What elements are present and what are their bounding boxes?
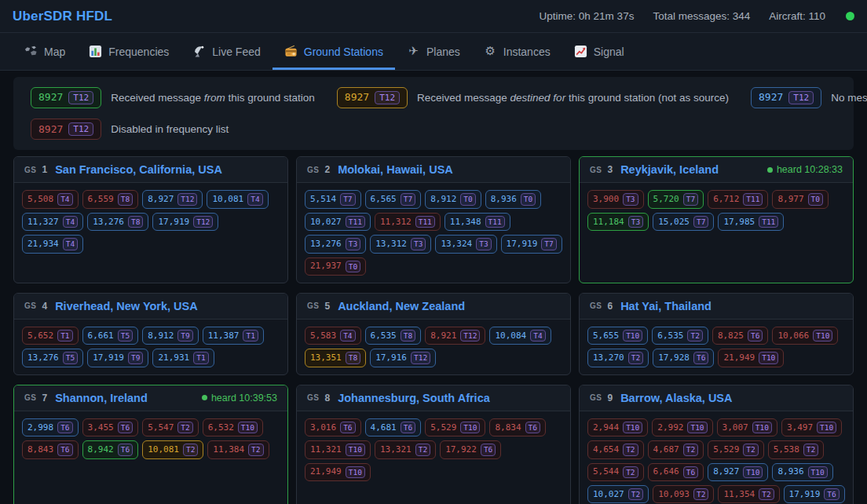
station-name: Hat Yai, Thailand	[620, 300, 712, 312]
slot-badge: T7	[401, 193, 415, 205]
frequency-value: 8,977	[777, 194, 803, 205]
frequency-badge: 17,919T7	[501, 235, 562, 253]
frequency-badge: 2,998T6	[22, 418, 79, 436]
frequency-value: 10,027	[593, 489, 624, 500]
frequency-badge: 3,455T6	[82, 418, 139, 436]
frequency-value: 21,937	[310, 261, 342, 272]
slot-badge: T10	[813, 330, 832, 341]
heard-dot-icon	[202, 395, 207, 400]
slot-badge: T12	[411, 352, 430, 363]
slot-badge: T4	[57, 193, 72, 205]
frequency-badge: 21,934T4	[22, 235, 83, 253]
frequency-value: 5,547	[148, 422, 174, 433]
frequency-badge: 5,514T7	[305, 190, 361, 208]
slot-badge: T8	[118, 193, 133, 205]
gs-number: 4	[42, 301, 47, 312]
slot-badge: T7	[693, 216, 708, 228]
frequency-badge: 21,937T0	[305, 257, 366, 276]
frequency-badge: 17,922T6	[440, 440, 501, 458]
frequency-value: 5,529	[430, 422, 456, 433]
map-icon	[24, 45, 38, 58]
ground-station-card: GS8Johannesburg, South Africa3,016T64,68…	[296, 385, 571, 504]
tab-frequencies[interactable]: Frequencies	[77, 33, 181, 70]
slot-badge: T1	[243, 330, 258, 341]
frequency-badge: 13,276T5	[22, 349, 83, 367]
card-header: GS9Barrow, Alaska, USA	[580, 385, 853, 411]
frequency-badge: 11,312T11	[375, 213, 441, 231]
frequency-value: 21,934	[27, 239, 59, 250]
frequency-badge: 17,919T6	[784, 485, 845, 503]
frequency-value: 8,825	[718, 331, 744, 341]
slot-badge: T12	[193, 216, 213, 228]
slot-badge: T10	[808, 466, 828, 478]
legend-text: No messages received	[831, 92, 867, 104]
top-bar: UberSDR HFDL Uptime: 0h 21m 37sTotal mes…	[0, 0, 867, 33]
legend-panel: 8927T12Received message from this ground…	[13, 77, 854, 150]
station-name: Shannon, Ireland	[55, 392, 148, 404]
slot-badge: T6	[748, 330, 763, 341]
stats-list: Uptime: 0h 21m 37sTotal messages: 344Air…	[540, 10, 825, 22]
station-name: Barrow, Alaska, USA	[620, 392, 732, 404]
gs-number: 3	[607, 164, 613, 175]
frequency-value: 21,949	[723, 352, 755, 363]
plane-icon: ✈	[407, 45, 420, 58]
app-title: UberSDR HFDL	[13, 9, 112, 24]
heard-status: heard 10:28:33	[767, 164, 843, 175]
slot-badge: T10	[623, 422, 642, 433]
tab-label: Map	[44, 46, 65, 58]
frequency-value: 5,538	[774, 444, 799, 455]
tab-instances[interactable]: ⚙Instances	[472, 33, 562, 70]
frequency-value: 8,912	[430, 194, 456, 205]
frequency-value: 10,081	[212, 194, 243, 205]
tab-ground-stations[interactable]: Ground Stations	[273, 33, 395, 70]
frequency-value: 8927	[345, 91, 369, 104]
legend-emphasis: from	[204, 92, 225, 104]
slot-badge: T3	[623, 193, 638, 205]
card-header: GS3Reykjavik, Icelandheard 10:28:33	[580, 157, 853, 183]
frequency-value: 8927	[38, 123, 63, 136]
frequency-value: 6,532	[208, 422, 234, 433]
frequency-badge: 8,912T0	[425, 190, 481, 208]
frequency-badge: 11,348T11	[444, 213, 510, 231]
frequency-value: 8,927	[148, 194, 174, 205]
frequency-badge: 6,646T6	[648, 463, 704, 481]
ground-station-card: GS3Reykjavik, Icelandheard 10:28:333,900…	[579, 156, 854, 283]
slot-badge: T4	[247, 193, 262, 205]
slot-badge: T4	[63, 216, 78, 228]
frequency-value: 17,922	[445, 444, 477, 455]
gs-label: GS	[24, 393, 36, 402]
frequency-badge: 11,184T3	[587, 213, 649, 231]
gs-number: 8	[324, 393, 330, 404]
slot-badge: T1	[193, 352, 208, 363]
slot-badge: T6	[118, 422, 133, 433]
gs-label: GS	[307, 166, 319, 174]
tab-label: Instances	[503, 46, 551, 58]
frequency-badge: 3,497T10	[781, 418, 842, 436]
frequency-value: 5,655	[593, 331, 619, 341]
frequency-badge: 6,559T8	[82, 190, 139, 208]
tab-map[interactable]: Map	[13, 33, 77, 70]
slot-badge: T10	[460, 422, 480, 433]
ground-stations-icon	[284, 45, 298, 58]
frequency-badge: 17,928T6	[653, 349, 714, 367]
frequency-badge: 13,351T8	[305, 349, 366, 367]
frequency-badge: 13,312T3	[370, 235, 431, 253]
tab-label: Ground Stations	[304, 46, 383, 58]
slot-badge: T12	[375, 91, 400, 104]
slot-badge: T6	[57, 422, 72, 433]
slot-badge: T11	[759, 216, 778, 228]
frequency-value: 17,928	[658, 352, 690, 363]
heard-dot-icon	[767, 167, 773, 173]
station-name: San Francisco, California, USA	[55, 163, 222, 176]
frequency-value: 6,712	[713, 194, 739, 205]
tab-signal[interactable]: Signal	[562, 33, 636, 70]
frequency-badge: 5,538T2	[768, 440, 825, 458]
frequency-value: 6,535	[657, 331, 683, 341]
tab-planes[interactable]: ✈Planes	[395, 33, 472, 70]
slot-badge: T6	[824, 488, 839, 500]
slot-badge: T7	[340, 193, 355, 205]
tab-live-feed[interactable]: Live Feed	[181, 33, 272, 70]
frequency-value: 11,321	[310, 444, 342, 455]
gear-icon: ⚙	[484, 45, 497, 58]
tab-label: Signal	[594, 46, 624, 58]
